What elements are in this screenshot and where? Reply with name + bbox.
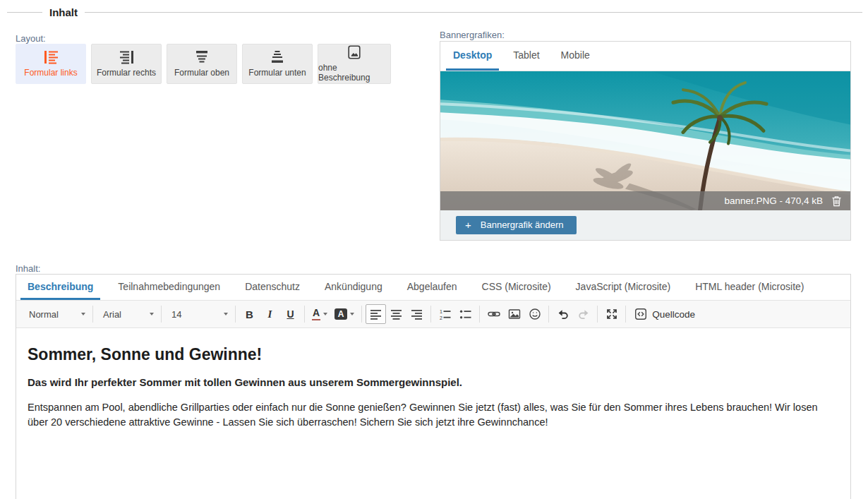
italic-button[interactable]: I — [260, 304, 280, 324]
italic-icon: I — [268, 308, 272, 320]
legend-line-right — [85, 12, 862, 13]
banner-tabs: Desktop Tablet Mobile — [440, 42, 850, 71]
form-top-icon — [194, 50, 210, 64]
banner-file-bar: banner.PNG - 470,4 kB — [440, 191, 850, 210]
maximize-icon — [605, 308, 618, 320]
layout-option-formular-rechts[interactable]: Formular rechts — [91, 44, 162, 84]
layout-option-label: ohne Beschreibung — [318, 63, 390, 83]
content-tab-teilnahmebedingungen[interactable]: Teilnahmebedingungen — [111, 275, 227, 300]
toolbar-separator — [235, 306, 236, 323]
section-title: Inhalt — [49, 6, 78, 18]
no-description-icon — [346, 45, 362, 59]
beach-photo — [440, 71, 850, 210]
redo-button[interactable] — [573, 304, 593, 324]
content-panel: Beschreibung Teilnahmebedingungen Datens… — [16, 274, 851, 499]
align-center-button[interactable] — [386, 304, 406, 324]
content-tab-abgelaufen[interactable]: Abgelaufen — [400, 275, 464, 300]
font-size-value: 14 — [171, 309, 181, 320]
align-right-button[interactable] — [406, 304, 427, 324]
image-icon — [508, 308, 521, 320]
layout-option-label: Formular links — [24, 68, 77, 78]
content-tab-beschreibung[interactable]: Beschreibung — [20, 275, 100, 300]
source-code-button[interactable]: Quellcode — [629, 304, 700, 324]
align-right-icon — [411, 308, 423, 320]
layout-option-label: Formular unten — [248, 68, 306, 78]
toolbar-separator — [304, 306, 305, 323]
form-left-icon — [44, 50, 59, 64]
banner-tab-desktop[interactable]: Desktop — [446, 42, 499, 71]
banner-tab-tablet[interactable]: Tablet — [506, 42, 546, 71]
bold-button[interactable]: B — [239, 304, 260, 324]
banner-image: banner.PNG - 470,4 kB — [440, 71, 850, 210]
link-button[interactable] — [483, 304, 504, 324]
unordered-list-button[interactable] — [455, 304, 476, 324]
toolbar-separator — [548, 306, 549, 323]
banner-file-info: banner.PNG - 470,4 kB — [724, 196, 823, 206]
link-icon — [488, 308, 500, 320]
layout-options: Formular links Formular rechts Formular … — [16, 44, 391, 84]
content-tab-ankuendigung[interactable]: Ankündigung — [318, 275, 390, 300]
layout-option-formular-links[interactable]: Formular links — [16, 44, 86, 84]
chevron-down-icon — [81, 313, 85, 315]
ordered-list-button[interactable]: 12 — [435, 304, 455, 324]
paragraph-format-dropdown[interactable]: Normal — [23, 305, 89, 323]
content-tab-datenschutz[interactable]: Datenschutz — [238, 275, 307, 300]
text-color-button[interactable]: A — [308, 304, 331, 324]
content-section-label: Inhalt: — [16, 263, 40, 274]
chevron-down-icon — [224, 313, 228, 315]
toolbar-separator — [361, 306, 362, 323]
content-tab-javascript-microsite[interactable]: JavaScript (Microsite) — [569, 275, 678, 300]
section-legend: Inhalt — [7, 6, 862, 18]
content-tab-css-microsite[interactable]: CSS (Microsite) — [475, 275, 558, 300]
layout-option-formular-unten[interactable]: Formular unten — [242, 44, 313, 84]
align-center-icon — [390, 308, 402, 320]
paragraph-format-value: Normal — [29, 309, 59, 320]
content-tab-html-header-microsite[interactable]: HTML header (Microsite) — [688, 275, 811, 300]
banner-tab-mobile[interactable]: Mobile — [554, 42, 597, 71]
bold-icon: B — [246, 308, 253, 320]
toolbar-separator — [430, 306, 431, 323]
font-size-dropdown[interactable]: 14 — [165, 305, 231, 323]
change-banner-button[interactable]: + Bannergrafik ändern — [456, 216, 577, 234]
legend-line-left — [7, 12, 42, 13]
toolbar-separator — [597, 306, 598, 323]
toolbar-separator — [161, 306, 162, 323]
align-left-icon — [370, 308, 382, 320]
source-code-icon — [634, 308, 647, 320]
align-left-button[interactable] — [366, 304, 386, 324]
font-family-value: Arial — [103, 309, 121, 320]
chevron-down-icon — [150, 313, 154, 315]
chevron-down-icon — [350, 313, 354, 315]
svg-text:1: 1 — [440, 309, 442, 314]
image-button[interactable] — [504, 304, 524, 324]
layout-option-label: Formular rechts — [97, 68, 156, 78]
undo-button[interactable] — [553, 304, 573, 324]
layout-label: Layout: — [16, 33, 46, 44]
layout-option-formular-oben[interactable]: Formular oben — [167, 44, 237, 84]
text-color-icon: A — [312, 308, 320, 320]
toolbar-separator — [625, 306, 626, 323]
smiley-icon — [529, 308, 541, 320]
toolbar-separator — [92, 306, 93, 323]
undo-icon — [557, 308, 569, 320]
rich-text-editor[interactable]: Sommer, Sonne und Gewinne! Das wird Ihr … — [16, 328, 850, 499]
plus-icon: + — [465, 220, 471, 230]
background-color-button[interactable]: A — [331, 304, 358, 324]
toolbar-separator — [479, 306, 480, 323]
change-banner-label: Bannergrafik ändern — [481, 220, 564, 230]
unordered-list-icon — [459, 308, 471, 320]
smiley-button[interactable] — [524, 304, 545, 324]
underline-button[interactable]: U — [280, 304, 301, 324]
form-right-icon — [119, 50, 134, 64]
layout-option-ohne-beschreibung[interactable]: ohne Beschreibung — [318, 44, 391, 84]
maximize-button[interactable] — [601, 304, 622, 324]
editor-body-text: Entspannen am Pool, abendliche Grillpart… — [28, 400, 839, 430]
banner-footer: + Bannergrafik ändern — [440, 210, 850, 240]
content-tabs: Beschreibung Teilnahmebedingungen Datens… — [16, 275, 850, 301]
svg-text:2: 2 — [440, 315, 442, 320]
ordered-list-icon: 12 — [439, 308, 451, 320]
trash-icon[interactable] — [831, 196, 842, 207]
redo-icon — [577, 308, 590, 320]
font-family-dropdown[interactable]: Arial — [97, 305, 157, 323]
banner-panel: Desktop Tablet Mobile — [440, 41, 851, 241]
